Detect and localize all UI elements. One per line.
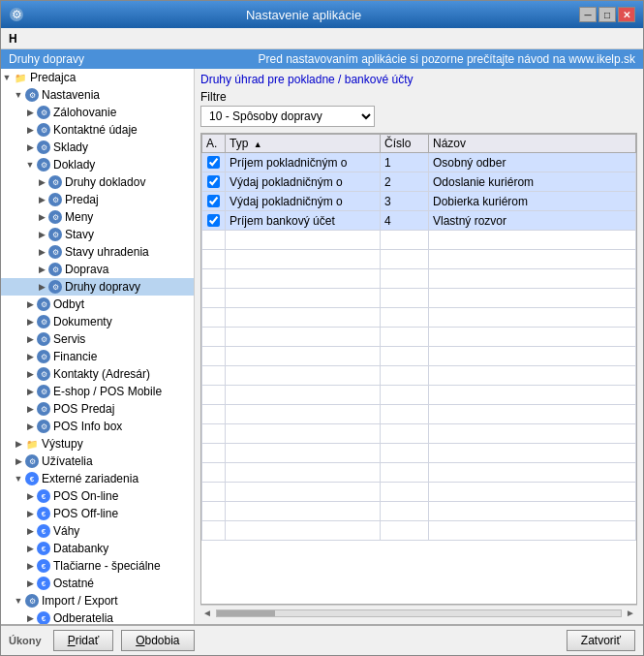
sidebar-item-databanky[interactable]: ▶ € Databanky (1, 540, 194, 557)
sidebar-item-vahy[interactable]: ▶ € Váhy (1, 522, 194, 540)
expander-databanky[interactable]: ▶ (24, 544, 36, 553)
sidebar-item-ostatne[interactable]: ▶ € Ostatné (1, 575, 194, 592)
maximize-button[interactable]: □ (598, 7, 616, 22)
expander-uzivatelia[interactable]: ▶ (13, 456, 24, 466)
sidebar-item-financie[interactable]: ▶ ⚙ Financie (1, 348, 194, 365)
sidebar-label-meny: Meny (65, 210, 93, 224)
sidebar-item-meny[interactable]: ▶ ⚙ Meny (1, 208, 194, 226)
cell-cislo-2: 3 (381, 192, 429, 211)
sidebar-item-eshop[interactable]: ▶ ⚙ E-shop / POS Mobile (1, 383, 194, 400)
expander-stavy[interactable]: ▶ (36, 230, 47, 239)
expander-eshop[interactable]: ▶ (24, 387, 36, 396)
sidebar-item-pos-info[interactable]: ▶ ⚙ POS Info box (1, 418, 194, 435)
obdobia-button[interactable]: Obdobia (121, 630, 194, 651)
expander-odberatelia[interactable]: ▶ (24, 613, 36, 623)
expander-pos-predaj[interactable]: ▶ (24, 404, 36, 414)
expander-sklady[interactable]: ▶ (24, 142, 36, 152)
sidebar-item-pos-predaj[interactable]: ▶ ⚙ POS Predaj (1, 400, 194, 418)
sidebar-label-nastavenia: Nastavenia (42, 88, 100, 102)
row-checkbox-2[interactable] (207, 195, 220, 207)
sidebar-item-servis[interactable]: ▶ ⚙ Servis (1, 330, 194, 348)
sidebar-item-odberatelia[interactable]: ▶ € Odberatelia (1, 609, 194, 624)
sidebar-item-doprava[interactable]: ▶ ⚙ Doprava (1, 261, 194, 278)
expander-predajca[interactable]: ▼ (1, 73, 13, 82)
expander-odbyt[interactable]: ▶ (24, 299, 36, 309)
sidebar-item-stavy[interactable]: ▶ ⚙ Stavy (1, 226, 194, 243)
sidebar-item-dokumenty[interactable]: ▶ ⚙ Dokumenty (1, 313, 194, 330)
expander-doklady[interactable]: ▼ (24, 160, 36, 170)
dropdown-sposoby[interactable]: 10 - Spôsoby dopravy (200, 106, 375, 127)
expander-druhy-dopravy[interactable]: ▶ (36, 282, 47, 292)
empty-row (202, 328, 636, 347)
sidebar-item-sklady[interactable]: ▶ ⚙ Sklady (1, 139, 194, 156)
empty-row (202, 250, 636, 269)
cell-checkbox-1[interactable] (202, 172, 226, 192)
expander-financie[interactable]: ▶ (24, 352, 36, 361)
scroll-left-arrow[interactable]: ◄ (202, 608, 212, 618)
expander-tlaciar[interactable]: ▶ (24, 561, 36, 571)
expander-predaj[interactable]: ▶ (36, 195, 47, 204)
expander-vahy[interactable]: ▶ (24, 526, 36, 536)
expander-zahlovovanie[interactable]: ▶ (24, 108, 36, 117)
expander-vystupy[interactable]: ▶ (13, 439, 24, 449)
expander-stavy-uhradenia[interactable]: ▶ (36, 247, 47, 257)
sidebar-item-uzivatelia[interactable]: ▶ ⚙ Užívatelia (1, 453, 194, 470)
sidebar-item-pos-online[interactable]: ▶ € POS On-line (1, 487, 194, 505)
expander-kontaktne-udaje[interactable]: ▶ (24, 125, 36, 135)
sidebar-label-doprava: Doprava (65, 263, 108, 276)
sidebar-label-pos-online: POS On-line (53, 489, 118, 503)
expander-pos-online[interactable]: ▶ (24, 491, 36, 501)
euro-icon: € (36, 523, 51, 539)
sidebar-item-import[interactable]: ▼ ⚙ Import / Export (1, 592, 194, 609)
sidebar-item-tlaciar[interactable]: ▶ € Tlačiarne - špeciálne (1, 557, 194, 575)
sidebar-label-tlaciar: Tlačiarne - špeciálne (53, 559, 161, 573)
sidebar-item-kontakty[interactable]: ▶ ⚙ Kontakty (Adresár) (1, 365, 194, 383)
sidebar-label-predajca: Predajca (30, 71, 76, 84)
expander-dokumenty[interactable]: ▶ (24, 317, 36, 327)
row-checkbox-1[interactable] (207, 175, 220, 188)
hscrollbar-thumb[interactable] (217, 610, 275, 616)
close-button[interactable]: ✕ (618, 7, 635, 22)
scroll-right-arrow[interactable]: ► (626, 608, 635, 618)
cell-checkbox-2[interactable] (202, 192, 226, 211)
expander-kontakty[interactable]: ▶ (24, 369, 36, 379)
row-checkbox-3[interactable] (207, 214, 220, 227)
empty-row (202, 405, 636, 424)
sidebar-item-doklady[interactable]: ▼ ⚙ Doklady (1, 156, 194, 173)
sidebar-label-druhy-dokladov: Druhy dokladov (65, 175, 145, 189)
expander-pos-info[interactable]: ▶ (24, 422, 36, 431)
expander-nastavenia[interactable]: ▼ (13, 90, 24, 100)
cell-checkbox-0[interactable] (202, 153, 226, 172)
sidebar-item-externe[interactable]: ▼ € Externé zariadenia (1, 470, 194, 487)
gear-icon: ⚙ (47, 262, 63, 277)
expander-externe[interactable]: ▼ (13, 474, 24, 484)
expander-pos-offline[interactable]: ▶ (24, 509, 36, 518)
menu-h[interactable]: H (5, 31, 21, 47)
expander-ostatne[interactable]: ▶ (24, 578, 36, 588)
cell-checkbox-3[interactable] (202, 211, 226, 231)
sidebar-item-druhy-dokladov[interactable]: ▶ ⚙ Druhy dokladov (1, 173, 194, 191)
sidebar-item-kontaktne-udaje[interactable]: ▶ ⚙ Kontaktné údaje (1, 121, 194, 139)
expander-servis[interactable]: ▶ (24, 334, 36, 344)
sidebar-item-odbyt[interactable]: ▶ ⚙ Odbyt (1, 296, 194, 313)
sidebar-label-predaj: Predaj (65, 193, 99, 206)
sidebar-item-pos-offline[interactable]: ▶ € POS Off-line (1, 505, 194, 522)
minimize-button[interactable]: ─ (579, 7, 597, 22)
cell-cislo-3: 4 (381, 211, 429, 231)
expander-druhy-dokladov[interactable]: ▶ (36, 177, 47, 187)
sidebar-item-druhy-dopravy[interactable]: ▶ ⚙ Druhy dopravy (1, 278, 194, 296)
pridat-button[interactable]: Pridať (53, 630, 114, 651)
empty-row (202, 444, 636, 463)
sidebar-item-zahlovovanie[interactable]: ▶ ⚙ Zálohovanie (1, 104, 194, 121)
sidebar-item-vystupy[interactable]: ▶ 📁 Výstupy (1, 435, 194, 453)
sidebar-item-predaj[interactable]: ▶ ⚙ Predaj (1, 191, 194, 208)
row-checkbox-0[interactable] (207, 156, 220, 169)
sidebar-item-predajca[interactable]: ▼ 📁 Predajca (1, 69, 194, 86)
expander-import[interactable]: ▼ (13, 596, 24, 606)
sidebar-item-nastavenia[interactable]: ▼ ⚙ Nastavenia (1, 86, 194, 104)
zatvoriт-button[interactable]: Zatvoriť (567, 630, 635, 651)
sidebar-label-kontakty: Kontakty (Adresár) (53, 367, 150, 381)
expander-doprava[interactable]: ▶ (36, 265, 47, 274)
expander-meny[interactable]: ▶ (36, 212, 47, 222)
sidebar-item-stavy-uhradenia[interactable]: ▶ ⚙ Stavy uhradenia (1, 243, 194, 261)
